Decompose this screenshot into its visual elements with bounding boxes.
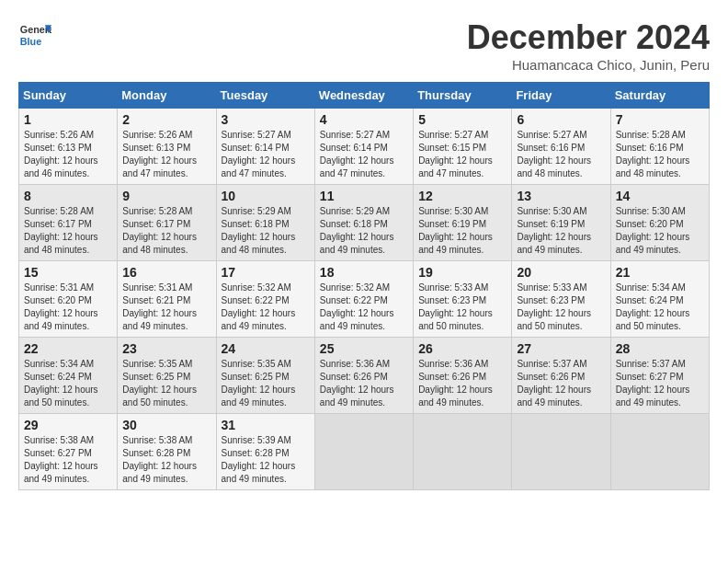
day-info: Sunrise: 5:37 AMSunset: 6:26 PMDaylight:… <box>517 359 591 408</box>
calendar-cell <box>610 414 709 490</box>
day-info: Sunrise: 5:38 AMSunset: 6:28 PMDaylight:… <box>122 435 197 484</box>
day-number: 19 <box>418 265 506 280</box>
day-number: 7 <box>616 112 704 127</box>
month-title: December 2024 <box>467 18 710 57</box>
calendar-cell: 3Sunrise: 5:27 AMSunset: 6:14 PMDaylight… <box>216 109 314 185</box>
day-info: Sunrise: 5:27 AMSunset: 6:14 PMDaylight:… <box>320 130 394 178</box>
calendar-week-row: 15Sunrise: 5:31 AMSunset: 6:20 PMDayligh… <box>19 261 710 338</box>
calendar-week-row: 22Sunrise: 5:34 AMSunset: 6:24 PMDayligh… <box>19 338 710 414</box>
calendar-cell: 27Sunrise: 5:37 AMSunset: 6:26 PMDayligh… <box>512 338 610 414</box>
page-header: General Blue December 2024 Huamancaca Ch… <box>18 18 710 73</box>
day-info: Sunrise: 5:38 AMSunset: 6:27 PMDaylight:… <box>24 435 98 484</box>
calendar-cell: 9Sunrise: 5:28 AMSunset: 6:17 PMDaylight… <box>118 185 216 261</box>
calendar-cell: 18Sunrise: 5:32 AMSunset: 6:22 PMDayligh… <box>314 261 413 338</box>
day-number: 28 <box>616 341 704 356</box>
day-number: 8 <box>24 189 112 203</box>
day-info: Sunrise: 5:28 AMSunset: 6:17 PMDaylight:… <box>122 206 197 255</box>
day-info: Sunrise: 5:39 AMSunset: 6:28 PMDaylight:… <box>222 435 296 484</box>
location: Huamancaca Chico, Junin, Peru <box>467 57 710 73</box>
day-info: Sunrise: 5:27 AMSunset: 6:15 PMDaylight:… <box>418 130 493 178</box>
calendar-cell: 30Sunrise: 5:38 AMSunset: 6:28 PMDayligh… <box>118 414 216 490</box>
day-number: 29 <box>24 418 112 432</box>
logo: General Blue <box>18 18 51 52</box>
calendar-cell: 24Sunrise: 5:35 AMSunset: 6:25 PMDayligh… <box>216 338 314 414</box>
day-info: Sunrise: 5:32 AMSunset: 6:22 PMDaylight:… <box>222 282 296 331</box>
calendar-week-row: 29Sunrise: 5:38 AMSunset: 6:27 PMDayligh… <box>19 414 710 490</box>
calendar-cell: 8Sunrise: 5:28 AMSunset: 6:17 PMDaylight… <box>19 185 118 261</box>
calendar-cell: 20Sunrise: 5:33 AMSunset: 6:23 PMDayligh… <box>512 261 610 338</box>
calendar-cell: 5Sunrise: 5:27 AMSunset: 6:15 PMDaylight… <box>414 109 512 185</box>
day-info: Sunrise: 5:26 AMSunset: 6:13 PMDaylight:… <box>122 130 197 178</box>
day-info: Sunrise: 5:32 AMSunset: 6:22 PMDaylight:… <box>320 282 394 331</box>
calendar-cell: 2Sunrise: 5:26 AMSunset: 6:13 PMDaylight… <box>118 109 216 185</box>
day-info: Sunrise: 5:28 AMSunset: 6:16 PMDaylight:… <box>616 130 690 178</box>
calendar-cell: 4Sunrise: 5:27 AMSunset: 6:14 PMDaylight… <box>314 109 413 185</box>
calendar-cell: 13Sunrise: 5:30 AMSunset: 6:19 PMDayligh… <box>512 185 610 261</box>
calendar-cell: 19Sunrise: 5:33 AMSunset: 6:23 PMDayligh… <box>414 261 512 338</box>
day-info: Sunrise: 5:35 AMSunset: 6:25 PMDaylight:… <box>122 359 197 408</box>
calendar-cell <box>512 414 610 490</box>
calendar-cell: 6Sunrise: 5:27 AMSunset: 6:16 PMDaylight… <box>512 109 610 185</box>
day-info: Sunrise: 5:35 AMSunset: 6:25 PMDaylight:… <box>222 359 296 408</box>
calendar-cell: 16Sunrise: 5:31 AMSunset: 6:21 PMDayligh… <box>118 261 216 338</box>
day-number: 14 <box>616 189 704 203</box>
svg-text:Blue: Blue <box>20 36 41 47</box>
day-number: 6 <box>517 112 605 127</box>
day-info: Sunrise: 5:33 AMSunset: 6:23 PMDaylight:… <box>517 282 591 331</box>
day-number: 20 <box>517 265 605 280</box>
day-info: Sunrise: 5:27 AMSunset: 6:14 PMDaylight:… <box>222 130 296 178</box>
calendar-week-row: 1Sunrise: 5:26 AMSunset: 6:13 PMDaylight… <box>19 109 710 185</box>
day-number: 3 <box>222 112 310 127</box>
calendar-cell: 12Sunrise: 5:30 AMSunset: 6:19 PMDayligh… <box>414 185 512 261</box>
day-number: 2 <box>122 112 210 127</box>
weekday-header-tuesday: Tuesday <box>216 83 314 109</box>
day-number: 16 <box>122 265 210 280</box>
day-number: 18 <box>320 265 408 280</box>
day-number: 15 <box>24 265 112 280</box>
calendar-cell: 26Sunrise: 5:36 AMSunset: 6:26 PMDayligh… <box>414 338 512 414</box>
day-number: 24 <box>222 341 310 356</box>
calendar-cell <box>314 414 413 490</box>
calendar-cell: 7Sunrise: 5:28 AMSunset: 6:16 PMDaylight… <box>610 109 709 185</box>
weekday-header-sunday: Sunday <box>19 83 118 109</box>
calendar-cell: 23Sunrise: 5:35 AMSunset: 6:25 PMDayligh… <box>118 338 216 414</box>
calendar-cell: 28Sunrise: 5:37 AMSunset: 6:27 PMDayligh… <box>610 338 709 414</box>
day-number: 25 <box>320 341 408 356</box>
day-info: Sunrise: 5:29 AMSunset: 6:18 PMDaylight:… <box>320 206 394 255</box>
calendar-cell: 15Sunrise: 5:31 AMSunset: 6:20 PMDayligh… <box>19 261 118 338</box>
day-number: 12 <box>418 189 506 203</box>
calendar-cell: 21Sunrise: 5:34 AMSunset: 6:24 PMDayligh… <box>610 261 709 338</box>
day-info: Sunrise: 5:30 AMSunset: 6:19 PMDaylight:… <box>517 206 591 255</box>
calendar-cell: 11Sunrise: 5:29 AMSunset: 6:18 PMDayligh… <box>314 185 413 261</box>
calendar-cell: 31Sunrise: 5:39 AMSunset: 6:28 PMDayligh… <box>216 414 314 490</box>
weekday-header-wednesday: Wednesday <box>314 83 413 109</box>
weekday-header-friday: Friday <box>512 83 610 109</box>
day-number: 23 <box>122 341 210 356</box>
weekday-header-thursday: Thursday <box>414 83 512 109</box>
calendar-cell: 25Sunrise: 5:36 AMSunset: 6:26 PMDayligh… <box>314 338 413 414</box>
calendar-cell: 29Sunrise: 5:38 AMSunset: 6:27 PMDayligh… <box>19 414 118 490</box>
day-info: Sunrise: 5:31 AMSunset: 6:20 PMDaylight:… <box>24 282 98 331</box>
calendar-cell <box>414 414 512 490</box>
day-info: Sunrise: 5:34 AMSunset: 6:24 PMDaylight:… <box>24 359 98 408</box>
day-number: 4 <box>320 112 408 127</box>
day-info: Sunrise: 5:36 AMSunset: 6:26 PMDaylight:… <box>418 359 493 408</box>
day-number: 11 <box>320 189 408 203</box>
calendar-cell: 10Sunrise: 5:29 AMSunset: 6:18 PMDayligh… <box>216 185 314 261</box>
day-number: 26 <box>418 341 506 356</box>
day-number: 10 <box>222 189 310 203</box>
calendar-cell: 22Sunrise: 5:34 AMSunset: 6:24 PMDayligh… <box>19 338 118 414</box>
day-number: 22 <box>24 341 112 356</box>
day-number: 13 <box>517 189 605 203</box>
day-number: 31 <box>222 418 310 432</box>
logo-icon: General Blue <box>18 18 51 52</box>
day-info: Sunrise: 5:34 AMSunset: 6:24 PMDaylight:… <box>616 282 690 331</box>
day-info: Sunrise: 5:29 AMSunset: 6:18 PMDaylight:… <box>222 206 296 255</box>
weekday-header-saturday: Saturday <box>610 83 709 109</box>
calendar-cell: 14Sunrise: 5:30 AMSunset: 6:20 PMDayligh… <box>610 185 709 261</box>
day-info: Sunrise: 5:33 AMSunset: 6:23 PMDaylight:… <box>418 282 493 331</box>
day-info: Sunrise: 5:26 AMSunset: 6:13 PMDaylight:… <box>24 130 98 178</box>
day-number: 5 <box>418 112 506 127</box>
weekday-header-row: SundayMondayTuesdayWednesdayThursdayFrid… <box>19 83 710 109</box>
calendar-cell: 17Sunrise: 5:32 AMSunset: 6:22 PMDayligh… <box>216 261 314 338</box>
